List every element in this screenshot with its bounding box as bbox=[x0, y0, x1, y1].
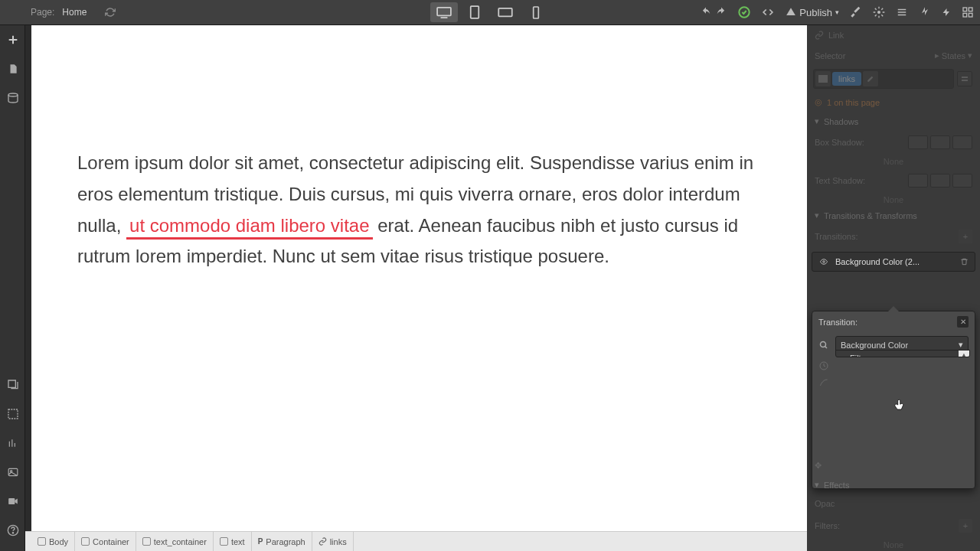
easing-icon bbox=[818, 378, 829, 387]
box-shadow-label: Box Shadow: bbox=[815, 138, 864, 147]
add-element-button[interactable] bbox=[0, 25, 25, 54]
svg-rect-13 bbox=[969, 13, 972, 17]
popover-header: Transition: ✕ bbox=[812, 311, 975, 332]
breadcrumb-paragraph[interactable]: PParagraph bbox=[252, 532, 312, 551]
interactions-icon[interactable] bbox=[919, 6, 931, 18]
transition-item[interactable]: Background Color (2... bbox=[812, 252, 975, 272]
text-shadow-none-label: None bbox=[807, 193, 980, 207]
device-switcher bbox=[430, 2, 550, 22]
svg-rect-17 bbox=[8, 409, 18, 419]
box-shadow-inner-button[interactable] bbox=[930, 135, 950, 149]
selector-class-pill[interactable]: links bbox=[832, 72, 861, 86]
dropdown-item-filter[interactable]: Filter bbox=[836, 350, 959, 357]
transition-name: Background Color (2... bbox=[835, 257, 954, 266]
svg-rect-26 bbox=[818, 75, 828, 83]
add-filter-button[interactable]: + bbox=[959, 519, 972, 533]
svg-rect-4 bbox=[534, 7, 539, 18]
select-value: Background Color bbox=[841, 341, 908, 350]
popover-title: Transition: bbox=[818, 318, 858, 327]
states-label[interactable]: States bbox=[942, 51, 965, 60]
selector-header: Selector ▸ States ▾ bbox=[807, 45, 980, 66]
right-sidebar: Link Selector ▸ States ▾ links ◎ 1 on th… bbox=[807, 25, 980, 551]
video-button[interactable] bbox=[0, 487, 25, 516]
breadcrumb-body[interactable]: Body bbox=[31, 532, 75, 551]
help-button[interactable] bbox=[0, 516, 25, 545]
text-shadow-label: Text Shadow: bbox=[815, 176, 865, 185]
scroll-up-arrow[interactable]: ▲ bbox=[959, 350, 969, 357]
edit-selector-icon[interactable] bbox=[863, 71, 878, 86]
brush-icon[interactable] bbox=[850, 6, 862, 18]
gear-icon[interactable] bbox=[873, 6, 885, 18]
topbar-left: Page: Home bbox=[0, 7, 116, 18]
filters-label: Filters: bbox=[815, 521, 840, 530]
device-tablet-button[interactable] bbox=[461, 2, 488, 22]
add-transition-button[interactable]: + bbox=[959, 230, 972, 243]
refresh-icon[interactable] bbox=[105, 7, 116, 18]
breadcrumb-text-container[interactable]: text_container bbox=[136, 532, 214, 551]
device-desktop-button[interactable] bbox=[430, 2, 458, 22]
status-ok-icon[interactable] bbox=[738, 6, 750, 18]
audit-button[interactable] bbox=[0, 429, 25, 458]
svg-point-16 bbox=[8, 93, 18, 96]
opacity-label: Opac bbox=[815, 499, 835, 508]
link-section: Link bbox=[807, 25, 980, 45]
breadcrumb-text[interactable]: text bbox=[214, 532, 252, 551]
selector-label: Selector bbox=[815, 51, 845, 60]
styled-link[interactable]: ut commodo diam libero vitae bbox=[126, 215, 372, 240]
canvas-scrollbar[interactable] bbox=[799, 25, 807, 531]
code-icon[interactable] bbox=[761, 7, 775, 18]
transition-duration-row bbox=[812, 357, 975, 374]
publish-button[interactable]: Publish ▾ bbox=[786, 7, 839, 18]
transitions-section-head[interactable]: ▾ Transitions & Transforms bbox=[807, 207, 980, 224]
svg-line-31 bbox=[825, 346, 828, 348]
box-shadow-none-button[interactable] bbox=[952, 135, 972, 149]
cms-button[interactable] bbox=[0, 83, 25, 112]
svg-point-32 bbox=[820, 362, 828, 370]
svg-rect-23 bbox=[8, 498, 15, 504]
bolt-icon[interactable] bbox=[942, 6, 951, 18]
text-shadow-b-button[interactable] bbox=[930, 174, 950, 187]
transitions-label: Transitions: bbox=[815, 232, 858, 241]
paragraph-text[interactable]: Lorem ipsum dolor sit amet, consectetur … bbox=[31, 25, 801, 272]
pages-button[interactable] bbox=[0, 54, 25, 83]
device-tablet-landscape-button[interactable] bbox=[492, 2, 519, 22]
text-shadow-a-button[interactable] bbox=[908, 174, 928, 187]
canvas-page[interactable]: Lorem ipsum dolor sit amet, consectetur … bbox=[31, 25, 801, 531]
navigator-button[interactable] bbox=[0, 370, 25, 399]
box-shadow-row: Box Shadow: bbox=[807, 130, 980, 155]
link-label: Link bbox=[828, 31, 972, 40]
svg-point-25 bbox=[12, 533, 13, 533]
box-shadow-outer-button[interactable] bbox=[908, 135, 928, 149]
link-icon bbox=[318, 537, 327, 546]
page-name[interactable]: Home bbox=[62, 7, 87, 18]
transition-easing-row bbox=[812, 374, 975, 391]
text-shadow-c-button[interactable] bbox=[952, 174, 972, 187]
link-icon bbox=[815, 31, 824, 40]
dropdown-scrollbar[interactable]: ▲ ▼ bbox=[959, 350, 969, 357]
redo-icon[interactable] bbox=[715, 7, 727, 18]
undo-icon[interactable] bbox=[700, 7, 712, 18]
grid-icon[interactable] bbox=[962, 6, 974, 18]
svg-rect-10 bbox=[963, 8, 967, 11]
symbols-button[interactable] bbox=[0, 399, 25, 429]
box-shadow-none-label: None bbox=[807, 155, 980, 168]
text-shadow-row: Text Shadow: bbox=[807, 168, 980, 193]
shadows-section-head[interactable]: ▾ Shadows bbox=[807, 112, 980, 130]
svg-rect-12 bbox=[963, 13, 967, 17]
left-rail bbox=[0, 25, 25, 551]
selector-menu-icon[interactable] bbox=[957, 71, 972, 86]
breadcrumb-container[interactable]: Container bbox=[75, 532, 136, 551]
breadcrumb: Body Container text_container text PPara… bbox=[25, 531, 807, 551]
device-mobile-button[interactable] bbox=[522, 2, 550, 22]
breadcrumb-links[interactable]: links bbox=[312, 532, 354, 551]
transition-property-row: Background Color ▾ Filter Flex Backgroun… bbox=[812, 332, 975, 357]
delete-transition-icon[interactable] bbox=[960, 257, 969, 266]
popover-close-button[interactable]: ✕ bbox=[957, 316, 969, 328]
assets-button[interactable] bbox=[0, 458, 25, 487]
selector-type-icon[interactable] bbox=[815, 71, 831, 86]
clock-icon bbox=[818, 361, 829, 370]
chevron-down-icon: ▾ bbox=[835, 8, 839, 16]
selector-input[interactable]: links bbox=[813, 69, 954, 89]
eye-icon[interactable] bbox=[818, 258, 829, 266]
list-icon[interactable] bbox=[896, 7, 908, 18]
